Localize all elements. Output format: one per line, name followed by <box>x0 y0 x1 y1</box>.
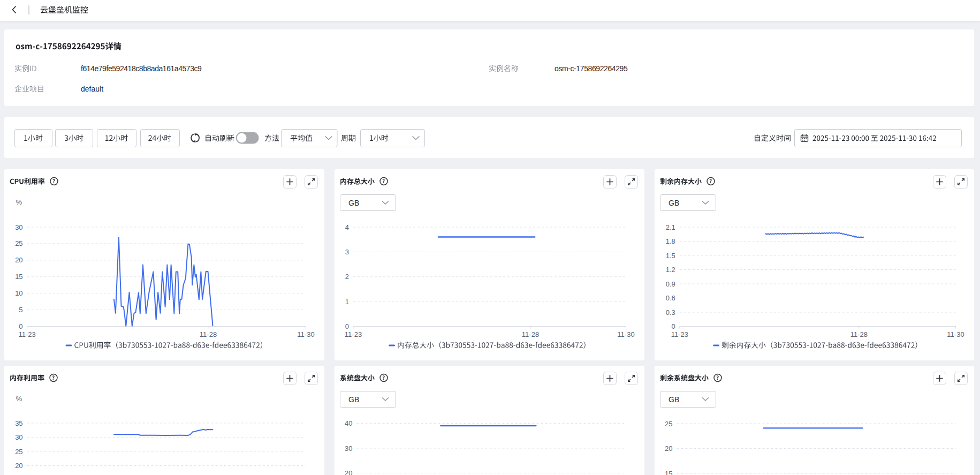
svg-text:40: 40 <box>345 419 352 427</box>
svg-text:1: 1 <box>345 298 349 306</box>
svg-text:25: 25 <box>15 448 22 456</box>
svg-text:2: 2 <box>345 273 349 281</box>
svg-text:5: 5 <box>19 306 22 314</box>
svg-text:15: 15 <box>15 273 22 281</box>
svg-text:%: % <box>16 395 22 403</box>
svg-text:25: 25 <box>15 239 22 247</box>
svg-text:11-23: 11-23 <box>671 330 688 338</box>
svg-text:0.6: 0.6 <box>666 294 675 302</box>
svg-text:30: 30 <box>15 433 22 441</box>
svg-text:1.5: 1.5 <box>666 252 675 260</box>
svg-text:25: 25 <box>665 420 672 428</box>
svg-text:15: 15 <box>665 470 672 475</box>
svg-text:1.2: 1.2 <box>666 266 675 274</box>
svg-text:11-23: 11-23 <box>345 330 362 338</box>
svg-text:default: default <box>81 85 103 93</box>
svg-text:4: 4 <box>345 223 349 231</box>
svg-text:GB: GB <box>668 395 679 404</box>
svg-text:0: 0 <box>345 322 349 330</box>
svg-text:11-28: 11-28 <box>522 330 539 338</box>
svg-text:11-30: 11-30 <box>617 330 634 338</box>
svg-text:0.9: 0.9 <box>666 280 675 288</box>
svg-text:11-28: 11-28 <box>200 330 217 338</box>
svg-text:11-30: 11-30 <box>297 330 314 338</box>
svg-text:20: 20 <box>15 256 22 264</box>
svg-text:GB: GB <box>348 199 359 207</box>
svg-text:10: 10 <box>15 289 22 297</box>
svg-text:20: 20 <box>665 444 672 453</box>
svg-text:GB: GB <box>668 199 679 207</box>
svg-text:2.1: 2.1 <box>666 223 675 231</box>
svg-text:osm-c-1758692264295: osm-c-1758692264295 <box>554 64 628 73</box>
svg-text:11-23: 11-23 <box>18 330 35 338</box>
svg-text:11-28: 11-28 <box>850 330 868 338</box>
svg-text:0.3: 0.3 <box>666 308 675 316</box>
svg-text:3: 3 <box>345 248 349 256</box>
svg-text:11-30: 11-30 <box>947 330 964 338</box>
svg-text:1.8: 1.8 <box>666 237 675 245</box>
svg-text:20: 20 <box>15 462 22 470</box>
svg-text:0: 0 <box>672 322 675 330</box>
svg-text:35: 35 <box>15 419 22 427</box>
svg-text:f614e79fe592418c8b8ada161a4573: f614e79fe592418c8b8ada161a4573c9 <box>81 64 202 73</box>
svg-text:%: % <box>16 198 22 206</box>
svg-text:30: 30 <box>15 223 22 231</box>
svg-text:30: 30 <box>345 444 352 453</box>
svg-text:20: 20 <box>345 469 352 475</box>
svg-text:GB: GB <box>348 395 359 404</box>
svg-text:0: 0 <box>19 322 22 330</box>
